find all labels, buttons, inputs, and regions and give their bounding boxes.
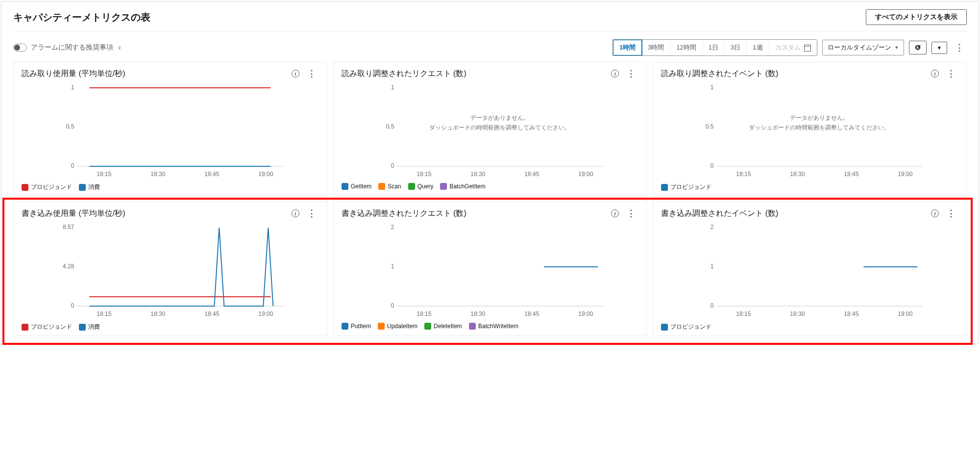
chart-card-write-throttled-requests: 書き込み調整されたリクエスト (数) i⋮ 2 1 0 18:15 18:30 … bbox=[333, 202, 647, 336]
chart-svg: 8.57 4.28 0 18:15 18:30 18:45 19:00 bbox=[22, 223, 319, 321]
chart-menu-button[interactable]: ⋮ bbox=[624, 68, 638, 79]
legend-item[interactable]: 消費 bbox=[79, 183, 100, 191]
svg-text:18:15: 18:15 bbox=[736, 311, 751, 317]
legend-item[interactable]: プロビジョンド bbox=[661, 323, 711, 331]
legend-item[interactable]: DeleteItem bbox=[424, 323, 462, 330]
timezone-select[interactable]: ローカルタイムゾーン bbox=[822, 40, 904, 55]
refresh-button[interactable] bbox=[909, 41, 927, 54]
chart-svg: 1 0.5 0 18:15 18:30 18:45 19:00 bbox=[22, 83, 319, 181]
svg-text:18:30: 18:30 bbox=[470, 311, 485, 317]
legend-item[interactable]: PutItem bbox=[342, 323, 371, 330]
svg-text:2: 2 bbox=[391, 224, 394, 231]
chart-menu-button[interactable]: ⋮ bbox=[624, 208, 638, 219]
legend-item[interactable]: GetItem bbox=[342, 183, 372, 190]
chart-svg: 1 0.5 0 データがありません。 ダッシュボードの時間範囲を調整してみてくだ… bbox=[661, 83, 958, 181]
svg-text:1: 1 bbox=[391, 84, 394, 91]
refresh-icon bbox=[914, 44, 921, 51]
chart-legend: プロビジョンド bbox=[661, 323, 958, 331]
svg-text:データがありません。: データがありません。 bbox=[790, 114, 849, 121]
info-icon[interactable]: i bbox=[611, 70, 619, 78]
range-1d[interactable]: 1日 bbox=[703, 40, 725, 55]
svg-text:1: 1 bbox=[710, 263, 714, 270]
svg-text:18:30: 18:30 bbox=[150, 311, 165, 317]
svg-text:19:00: 19:00 bbox=[258, 171, 273, 178]
legend-item[interactable]: Scan bbox=[378, 183, 401, 190]
svg-text:19:00: 19:00 bbox=[898, 311, 913, 317]
svg-text:19:00: 19:00 bbox=[258, 311, 273, 317]
svg-text:0: 0 bbox=[391, 162, 394, 169]
svg-text:8.57: 8.57 bbox=[63, 224, 74, 231]
svg-text:0: 0 bbox=[710, 302, 714, 309]
info-icon[interactable]: i bbox=[611, 209, 619, 217]
legend-item[interactable]: BatchWriteItem bbox=[469, 323, 518, 330]
legend-item[interactable]: 消費 bbox=[79, 323, 100, 331]
svg-text:1: 1 bbox=[391, 263, 394, 270]
svg-text:18:15: 18:15 bbox=[416, 171, 431, 178]
chart-legend: GetItem Scan Query BatchGetItem bbox=[342, 183, 639, 190]
refresh-dropdown-button[interactable]: ▼ bbox=[931, 42, 947, 54]
svg-text:0: 0 bbox=[710, 162, 714, 169]
metrics-panel: キャパシティーメトリクスの表 すべてのメトリクスを表示 アラームに関する推奨事項… bbox=[1, 1, 979, 344]
chart-svg: 1 0.5 0 データがありません。 ダッシュボードの時間範囲を調整してみてくだ… bbox=[342, 83, 639, 181]
chart-title: 書き込み使用量 (平均単位/秒) bbox=[22, 208, 125, 219]
svg-text:0.5: 0.5 bbox=[706, 123, 714, 130]
range-3d[interactable]: 3日 bbox=[725, 40, 747, 55]
chart-card-read-throttled-requests: 読み取り調整されたリクエスト (数) i⋮ 1 0.5 0 データがありません。… bbox=[333, 62, 647, 196]
legend-item[interactable]: UpdateItem bbox=[378, 323, 417, 330]
range-12h[interactable]: 12時間 bbox=[670, 40, 702, 55]
legend-item[interactable]: プロビジョンド bbox=[661, 183, 711, 191]
chart-title: 書き込み調整されたリクエスト (数) bbox=[342, 208, 466, 219]
view-all-metrics-button[interactable]: すべてのメトリクスを表示 bbox=[866, 9, 967, 25]
chart-menu-button[interactable]: ⋮ bbox=[944, 68, 958, 79]
svg-text:ダッシュボードの時間範囲を調整してみてください。: ダッシュボードの時間範囲を調整してみてください。 bbox=[749, 124, 890, 131]
svg-text:0.5: 0.5 bbox=[386, 123, 394, 130]
range-1w[interactable]: 1週 bbox=[747, 40, 769, 55]
info-icon[interactable]: i bbox=[292, 70, 299, 78]
svg-text:18:45: 18:45 bbox=[844, 171, 859, 178]
svg-text:19:00: 19:00 bbox=[898, 171, 913, 178]
info-icon[interactable]: i bbox=[931, 70, 939, 78]
chart-legend: プロビジョンド bbox=[661, 183, 958, 191]
info-icon[interactable]: i bbox=[292, 209, 299, 217]
chart-svg: 2 1 0 18:15 18:30 18:45 19:00 bbox=[661, 223, 958, 321]
svg-text:4.28: 4.28 bbox=[63, 263, 74, 270]
legend-item[interactable]: Query bbox=[408, 183, 434, 190]
info-icon[interactable]: i bbox=[931, 209, 939, 217]
legend-item[interactable]: プロビジョンド bbox=[22, 183, 72, 191]
svg-text:18:15: 18:15 bbox=[97, 311, 111, 317]
legend-item[interactable]: プロビジョンド bbox=[22, 323, 72, 331]
svg-text:18:45: 18:45 bbox=[204, 171, 219, 178]
chart-menu-button[interactable]: ⋮ bbox=[304, 68, 319, 79]
no-data-msg-1: データがありません。 bbox=[470, 114, 529, 121]
range-custom[interactable]: カスタム bbox=[769, 40, 817, 55]
svg-text:2: 2 bbox=[710, 224, 714, 231]
svg-text:0: 0 bbox=[71, 302, 74, 309]
svg-text:18:45: 18:45 bbox=[524, 311, 539, 317]
legend-item[interactable]: BatchGetItem bbox=[440, 183, 485, 190]
alarm-recommendations-label: アラームに関する推奨事項 bbox=[31, 43, 113, 52]
chart-card-write-usage: 書き込み使用量 (平均単位/秒) i⋮ 8.57 4.28 0 18:15 18… bbox=[13, 202, 327, 336]
svg-text:0: 0 bbox=[71, 162, 74, 169]
svg-text:18:45: 18:45 bbox=[844, 311, 859, 317]
chart-menu-button[interactable]: ⋮ bbox=[304, 208, 319, 219]
no-data-msg-2: ダッシュボードの時間範囲を調整してみてください。 bbox=[429, 124, 570, 131]
svg-text:18:45: 18:45 bbox=[524, 171, 539, 178]
svg-text:18:15: 18:15 bbox=[736, 171, 751, 178]
range-3h[interactable]: 3時間 bbox=[642, 40, 670, 55]
svg-text:18:15: 18:15 bbox=[97, 171, 111, 178]
alarm-recommendations-toggle[interactable] bbox=[13, 44, 27, 52]
lightbulb-icon: ♀ bbox=[117, 44, 122, 52]
svg-text:18:30: 18:30 bbox=[470, 171, 485, 178]
chart-svg: 2 1 0 18:15 18:30 18:45 19:00 bbox=[342, 223, 639, 321]
toolbar-menu-button[interactable]: ⋮ bbox=[952, 42, 967, 53]
svg-text:18:45: 18:45 bbox=[204, 311, 219, 317]
chart-card-write-throttled-events: 書き込み調整されたイベント (数) i⋮ 2 1 0 18:15 18:30 1… bbox=[653, 202, 967, 336]
chart-menu-button[interactable]: ⋮ bbox=[944, 208, 958, 219]
toolbar: アラームに関する推奨事項 ♀ 1時間 3時間 12時間 1日 3日 1週 カスタ… bbox=[13, 39, 967, 56]
svg-text:19:00: 19:00 bbox=[578, 171, 593, 178]
chart-card-read-throttled-events: 読み取り調整されたイベント (数) i⋮ 1 0.5 0 データがありません。 … bbox=[653, 62, 967, 196]
calendar-icon bbox=[804, 45, 811, 52]
svg-text:0: 0 bbox=[391, 302, 394, 309]
chart-title: 読み取り使用量 (平均単位/秒) bbox=[22, 69, 125, 79]
range-1h[interactable]: 1時間 bbox=[612, 39, 642, 56]
